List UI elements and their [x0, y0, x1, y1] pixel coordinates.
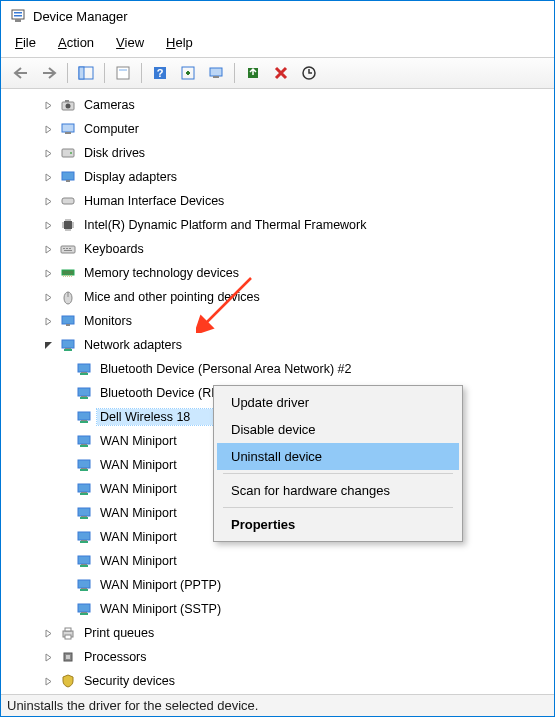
update-driver-button[interactable]	[241, 61, 265, 85]
back-button[interactable]	[9, 61, 33, 85]
tree-item[interactable]: Cameras	[5, 93, 554, 117]
svg-rect-57	[80, 469, 88, 471]
tree-item[interactable]: Human Interface Devices	[5, 189, 554, 213]
tree-child-item[interactable]: WAN Miniport (PPTP)	[5, 573, 554, 597]
svg-rect-33	[65, 275, 66, 277]
tree-item[interactable]: Software devices	[5, 693, 554, 694]
chevron-right-icon[interactable]	[41, 674, 55, 688]
tree-item-label: Human Interface Devices	[81, 193, 227, 209]
security-icon	[59, 672, 77, 690]
tree-item[interactable]: Security devices	[5, 669, 554, 693]
software-icon	[59, 693, 77, 694]
device-tree[interactable]: CamerasComputerDisk drivesDisplay adapte…	[1, 89, 554, 694]
tree-item[interactable]: Computer	[5, 117, 554, 141]
tree-child-label: WAN Miniport (PPTP)	[97, 577, 224, 593]
svg-rect-78	[65, 628, 71, 631]
svg-rect-50	[78, 412, 90, 420]
svg-rect-72	[80, 589, 88, 591]
svg-rect-60	[80, 493, 88, 495]
tree-item-label: Monitors	[81, 313, 135, 329]
menu-action[interactable]: Action	[48, 33, 104, 53]
tree-item[interactable]: Keyboards	[5, 237, 554, 261]
scan-hardware-button[interactable]	[297, 61, 321, 85]
tree-item-label: Security devices	[81, 673, 178, 689]
chevron-right-icon[interactable]	[41, 626, 55, 640]
show-hide-tree-button[interactable]	[74, 61, 98, 85]
tree-item[interactable]: Network adapters	[5, 333, 554, 357]
printer-icon	[59, 624, 77, 642]
titlebar: Device Manager	[1, 1, 554, 31]
svg-rect-64	[81, 516, 87, 517]
svg-rect-2	[14, 15, 22, 17]
svg-rect-36	[71, 275, 72, 277]
svg-rect-74	[78, 604, 90, 612]
svg-rect-42	[64, 349, 72, 351]
monitor-icon	[59, 312, 77, 330]
svg-rect-6	[117, 67, 129, 79]
svg-rect-11	[210, 68, 222, 76]
chevron-right-icon[interactable]	[41, 218, 55, 232]
context-menu-item[interactable]: Uninstall device	[217, 443, 459, 470]
svg-rect-34	[67, 275, 68, 277]
window-title: Device Manager	[33, 9, 128, 24]
svg-rect-56	[78, 460, 90, 468]
chevron-right-icon[interactable]	[41, 98, 55, 112]
tree-child-item[interactable]: WAN Miniport (SSTP)	[5, 597, 554, 621]
tree-item[interactable]: Monitors	[5, 309, 554, 333]
view-devices-button[interactable]	[204, 61, 228, 85]
tree-item[interactable]: Display adapters	[5, 165, 554, 189]
tree-child-label: WAN Miniport	[97, 505, 180, 521]
svg-text:?: ?	[157, 67, 164, 79]
chevron-right-icon[interactable]	[41, 650, 55, 664]
svg-rect-3	[15, 19, 21, 22]
svg-rect-73	[81, 588, 87, 589]
tree-child-label: WAN Miniport (SSTP)	[97, 601, 224, 617]
tree-child-item[interactable]: Bluetooth Device (Personal Area Network)…	[5, 357, 554, 381]
help-button[interactable]: ?	[148, 61, 172, 85]
context-menu-item[interactable]: Scan for hardware changes	[217, 477, 459, 504]
camera-icon	[59, 96, 77, 114]
chevron-right-icon[interactable]	[41, 290, 55, 304]
tree-item-label: Memory technology devices	[81, 265, 242, 281]
tree-item-label: Print queues	[81, 625, 157, 641]
chevron-right-icon[interactable]	[41, 170, 55, 184]
statusbar: Uninstalls the driver for the selected d…	[1, 694, 554, 716]
menu-help[interactable]: Help	[156, 33, 203, 53]
tree-item[interactable]: Intel(R) Dynamic Platform and Thermal Fr…	[5, 213, 554, 237]
context-menu-item[interactable]: Properties	[217, 511, 459, 538]
svg-rect-54	[80, 445, 88, 447]
chevron-right-icon[interactable]	[41, 146, 55, 160]
tree-item[interactable]: Disk drives	[5, 141, 554, 165]
nic-icon	[75, 360, 93, 378]
svg-rect-46	[81, 372, 87, 373]
svg-rect-70	[81, 564, 87, 565]
svg-rect-22	[62, 172, 74, 180]
menu-view[interactable]: View	[106, 33, 154, 53]
svg-rect-17	[65, 100, 69, 102]
context-menu-item[interactable]: Disable device	[217, 416, 459, 443]
svg-rect-32	[63, 275, 64, 277]
chevron-right-icon[interactable]	[41, 242, 55, 256]
tree-item[interactable]: Print queues	[5, 621, 554, 645]
chevron-down-icon[interactable]	[41, 338, 55, 352]
properties-button[interactable]	[111, 61, 135, 85]
svg-rect-5	[79, 67, 84, 79]
menu-file[interactable]: File	[5, 33, 46, 53]
chevron-right-icon[interactable]	[41, 314, 55, 328]
tree-child-item[interactable]: WAN Miniport	[5, 549, 554, 573]
tree-item-label: Display adapters	[81, 169, 180, 185]
tree-item[interactable]: Memory technology devices	[5, 261, 554, 285]
toolbar-separator	[234, 63, 235, 83]
uninstall-device-button[interactable]	[269, 61, 293, 85]
forward-button[interactable]	[37, 61, 61, 85]
tree-item[interactable]: Processors	[5, 645, 554, 669]
tree-item[interactable]: Mice and other pointing devices	[5, 285, 554, 309]
chevron-right-icon[interactable]	[41, 122, 55, 136]
chevron-right-icon[interactable]	[41, 266, 55, 280]
svg-rect-59	[78, 484, 90, 492]
svg-rect-44	[78, 364, 90, 372]
chevron-right-icon[interactable]	[41, 194, 55, 208]
context-menu-item[interactable]: Update driver	[217, 389, 459, 416]
svg-rect-55	[81, 444, 87, 445]
action-button[interactable]	[176, 61, 200, 85]
